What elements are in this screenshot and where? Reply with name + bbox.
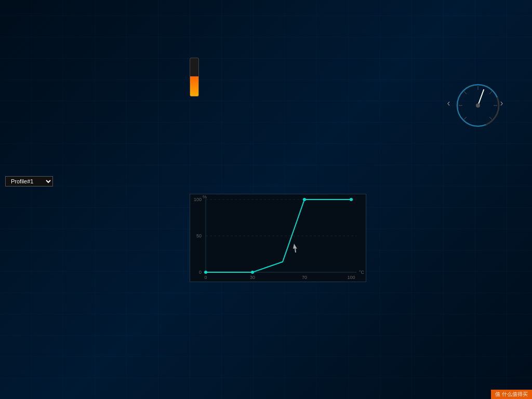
svg-point-13 (204, 271, 207, 274)
speedometer-container: ‹ (443, 77, 508, 129)
docp-profile-select[interactable]: Profile#1 (5, 176, 53, 187)
svg-text:0: 0 (204, 275, 207, 280)
svg-point-28 (476, 103, 480, 108)
svg-line-24 (464, 117, 467, 119)
thermo-fill (190, 76, 198, 96)
svg-point-16 (350, 198, 353, 201)
thermo-bar (190, 58, 199, 97)
svg-point-15 (303, 198, 306, 201)
prev-profile-arrow[interactable]: ‹ (443, 98, 455, 109)
svg-text:0: 0 (199, 270, 202, 275)
svg-text:50: 50 (196, 233, 202, 238)
svg-point-14 (251, 271, 254, 274)
svg-text:100: 100 (347, 275, 355, 280)
svg-text:70: 70 (302, 275, 307, 280)
svg-line-23 (489, 117, 492, 119)
svg-text:°C: °C (359, 270, 365, 275)
svg-line-26 (464, 91, 467, 94)
fan-chart-container: 100 50 0 % 0 30 70 100 °C (190, 194, 366, 282)
svg-text:30: 30 (250, 275, 255, 280)
watermark: 值 什么值得买 (491, 390, 532, 399)
svg-line-21 (489, 91, 492, 94)
svg-line-27 (478, 89, 484, 105)
svg-text:%: % (203, 194, 207, 200)
svg-text:100: 100 (194, 197, 202, 202)
speedometer (455, 82, 496, 124)
svg-marker-17 (293, 244, 297, 252)
